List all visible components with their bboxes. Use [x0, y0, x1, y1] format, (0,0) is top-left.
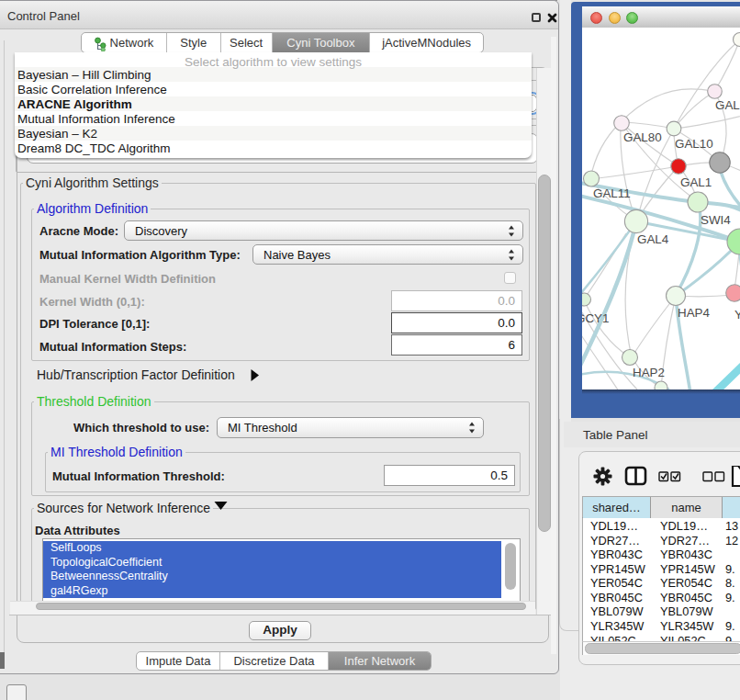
svg-text:SWI4: SWI4 — [701, 213, 731, 227]
svg-text:HAP2: HAP2 — [633, 366, 665, 379]
svg-text:HAP4: HAP4 — [678, 306, 711, 320]
svg-text:GAL: GAL — [715, 98, 740, 112]
svg-text:GAL10: GAL10 — [675, 137, 713, 151]
svg-text:GAL11: GAL11 — [593, 186, 631, 200]
svg-text:GCY1: GCY1 — [582, 311, 609, 325]
svg-text:GAL80: GAL80 — [623, 130, 662, 144]
svg-text:Y: Y — [734, 308, 740, 322]
svg-text:GAL1: GAL1 — [680, 175, 712, 189]
svg-text:GAL4: GAL4 — [637, 232, 669, 246]
